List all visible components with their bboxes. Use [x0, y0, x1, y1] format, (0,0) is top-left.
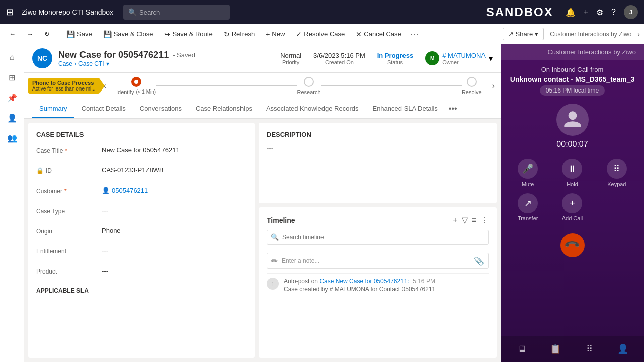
call-controls: 🎤 Mute ⏸ Hold ⠿ Keypad ↗ Transfer + Add …: [509, 159, 636, 221]
save-route-icon: ↪: [164, 30, 170, 38]
caller-avatar-icon: [562, 110, 583, 130]
breadcrumb-case[interactable]: Case: [58, 60, 72, 67]
step-research[interactable]: Research: [297, 77, 321, 95]
origin-value[interactable]: Phone: [102, 227, 247, 234]
process-active-label: Phone to Case Process: [32, 80, 96, 86]
screen-icon[interactable]: 🖥: [513, 340, 531, 358]
grid-icon[interactable]: ⠿: [580, 340, 598, 358]
share-label: Share: [516, 30, 533, 38]
tab-summary[interactable]: Summary: [32, 100, 74, 118]
main-layout: ⌂ ⊞ 📌 👤 👥 NC New Case for 0505476211 - S…: [0, 44, 644, 362]
cancel-case-button[interactable]: ✕ Cancel Case: [351, 26, 406, 42]
transfer-button[interactable]: ↗ Transfer: [509, 193, 547, 221]
customer-value[interactable]: 👤 0505476211: [102, 187, 247, 194]
owner-field[interactable]: M # MATUMONA Owner ▾: [425, 51, 493, 65]
sidebar-home-icon[interactable]: ⌂: [3, 48, 21, 66]
more-options-button[interactable]: ⋯: [410, 29, 419, 40]
cancel-icon: ✕: [356, 30, 362, 38]
record-meta: Normal Priority 3/6/2023 5:16 PM Created…: [280, 51, 493, 65]
attach-icon[interactable]: 📎: [474, 256, 484, 266]
share-area: ↗ Share ▾ Customer Interactions by Ziwo …: [503, 28, 640, 40]
origin-label: Origin: [36, 227, 102, 235]
nav-back-button[interactable]: ←: [4, 26, 21, 42]
call-bottom-bar: 🖥 📋 ⠿ 👤: [501, 336, 644, 362]
user-avatar[interactable]: J: [624, 5, 638, 19]
product-label: Product: [36, 267, 102, 275]
right-panel: DESCRIPTION --- Timeline + ▽ ≡ ⋮: [259, 123, 497, 358]
process-next-button[interactable]: ›: [490, 79, 497, 93]
record-title: New Case for 0505476211: [58, 50, 169, 60]
created-on-field: 3/6/2023 5:16 PM Created On: [313, 52, 365, 65]
back-icon: ←: [9, 30, 16, 38]
description-content[interactable]: ---: [267, 144, 489, 152]
tab-enhanced-sla[interactable]: Enhanced SLA Details: [365, 100, 444, 118]
breadcrumb-dropdown-icon[interactable]: ▾: [106, 60, 109, 67]
step-identify[interactable]: Identify (< 1 Min): [116, 77, 156, 95]
save-button[interactable]: 💾 Save: [61, 26, 97, 42]
entitlement-value[interactable]: ---: [102, 247, 247, 254]
step-research-circle: [304, 77, 314, 87]
priority-field: Normal Priority: [280, 52, 301, 65]
required-marker: *: [65, 147, 67, 154]
clipboard-icon[interactable]: 📋: [546, 340, 565, 358]
owner-dropdown-icon[interactable]: ▾: [489, 54, 493, 63]
sidebar-contacts-icon[interactable]: 👤: [3, 109, 21, 127]
step-resolve[interactable]: Resolve: [462, 77, 482, 95]
tab-more-button[interactable]: •••: [445, 99, 461, 118]
help-icon[interactable]: ?: [611, 8, 616, 17]
case-type-value[interactable]: ---: [102, 207, 247, 214]
timeline-add-button[interactable]: +: [453, 216, 457, 225]
call-panel-title: Customer Interactions by Ziwo: [547, 48, 636, 56]
product-value[interactable]: ---: [102, 267, 247, 275]
keypad-button[interactable]: ⠿ Keypad: [598, 159, 636, 187]
created-on-value: 3/6/2023 5:16 PM: [313, 52, 365, 59]
sidebar-pinned-icon[interactable]: 📌: [3, 88, 21, 107]
settings-icon[interactable]: ⚙: [596, 8, 603, 17]
breadcrumb-case-cti[interactable]: Case CTI: [78, 60, 104, 67]
top-nav: ⊞ Ziwo Monorepo CTI Sandbox 🔍 SANDBOX 🔔 …: [0, 0, 644, 24]
tabs-bar: Summary Contact Details Conversations Ca…: [24, 99, 501, 119]
app-grid-icon[interactable]: ⊞: [6, 7, 14, 18]
new-button[interactable]: + New: [261, 26, 290, 42]
tab-conversations[interactable]: Conversations: [133, 100, 189, 118]
timeline-search-input[interactable]: [267, 230, 489, 245]
timeline-filter-button[interactable]: ▽: [462, 215, 468, 225]
nav-forward-button[interactable]: →: [22, 26, 38, 42]
status-field: In Progress Status: [377, 52, 414, 65]
end-call-button[interactable]: 📞: [560, 233, 585, 257]
priority-value: Normal: [280, 52, 301, 59]
mute-button[interactable]: 🎤 Mute: [509, 159, 547, 187]
sidebar-user-icon[interactable]: 👥: [3, 129, 21, 147]
save-close-button[interactable]: 💾 Save & Close: [98, 26, 158, 42]
step-identify-label: Identify: [116, 89, 134, 95]
tab-case-relationships[interactable]: Case Relationships: [189, 100, 259, 118]
event-case-ref[interactable]: Case New Case for 0505476211:: [319, 278, 409, 285]
expand-icon[interactable]: ›: [637, 30, 640, 38]
hold-button[interactable]: ⏸ Hold: [553, 159, 591, 187]
refresh-button[interactable]: ↻ Refresh: [219, 26, 260, 42]
timeline-event: ↑ Auto-post on Case New Case for 0505476…: [267, 273, 489, 293]
note-placeholder[interactable]: Enter a note...: [282, 257, 474, 264]
notifications-icon[interactable]: 🔔: [566, 8, 576, 17]
save-route-button[interactable]: ↪ Save & Route: [159, 26, 217, 42]
tab-contact-details[interactable]: Contact Details: [74, 100, 133, 118]
resolve-case-button[interactable]: ✓ Resolve Case: [291, 26, 350, 42]
share-button[interactable]: ↗ Share ▾: [503, 28, 544, 40]
profile-icon[interactable]: 👤: [614, 340, 632, 358]
tab-associated-knowledge[interactable]: Associated Knowledge Records: [259, 100, 366, 118]
sidebar-recent-icon[interactable]: ⊞: [3, 68, 21, 86]
case-title-value[interactable]: New Case for 0505476211: [102, 146, 247, 154]
nav-refresh-tab-button[interactable]: ↻: [39, 26, 55, 42]
timeline-more-button[interactable]: ⋮: [480, 215, 489, 225]
search-input[interactable]: [123, 5, 230, 20]
field-row-id: 🔒 ID CAS-01233-P1Z8W8: [36, 166, 247, 180]
resolve-icon: ✓: [296, 30, 302, 38]
customer-label: Customer *: [36, 187, 102, 195]
add-call-button[interactable]: + Add Call: [553, 193, 591, 221]
add-icon[interactable]: +: [584, 8, 588, 17]
note-input-wrap: ✏ Enter a note... 📎: [267, 253, 489, 269]
call-timer: 00:00:07: [556, 140, 588, 149]
case-type-label: Case Type: [36, 207, 102, 215]
case-details-title: CASE DETAILS: [36, 131, 247, 140]
timeline-sort-button[interactable]: ≡: [472, 216, 476, 225]
